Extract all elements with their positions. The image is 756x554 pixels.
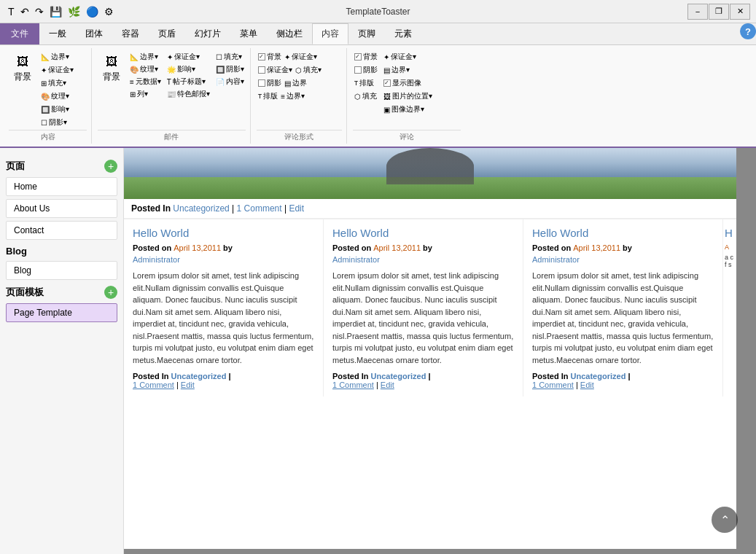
blog-col-3-author[interactable]: Administrator — [532, 255, 714, 264]
close-button[interactable]: ✕ — [730, 4, 750, 20]
undo-icon[interactable]: T — [6, 5, 17, 18]
tab-menu[interactable]: 菜单 — [230, 23, 267, 44]
blog-col-1-postedin: Posted In Uncategorized | — [133, 372, 314, 381]
post-fill-btn[interactable]: ☐填充▾ — [214, 51, 246, 63]
canvas-area[interactable]: Posted In Uncategorized | 1 Comment | Ed… — [124, 148, 756, 554]
blog-col-4: H A a c f s — [723, 219, 736, 397]
pages-section-title: 页面 — [6, 160, 25, 173]
c-bg-btn[interactable]: 背景 — [353, 51, 379, 63]
canvas-content: Posted In Uncategorized | 1 Comment | Ed… — [124, 148, 736, 549]
post-margin-btn[interactable]: ✦保证金▾ — [165, 51, 211, 63]
content-bg-button[interactable]: 🖼 背景 — [9, 50, 36, 87]
c-shadow-btn[interactable]: 阴影 — [353, 64, 379, 76]
sidebar-item-page-template[interactable]: Page Template — [6, 303, 117, 322]
blog-col-3-cat[interactable]: Uncategorized — [571, 372, 626, 381]
app-icon[interactable]: 🔵 — [84, 5, 101, 18]
ribbon-group-comment-form: 背景✦保证金▾ 保证金▾⬡填充▾ 阴影▤边界 T排版≡边界▾ 评论形式 — [252, 48, 347, 144]
title-bar: T ↶ ↷ 💾 🌿 🔵 ⚙ TemplateToaster − ❐ ✕ — [0, 0, 756, 23]
content-fill2-btn[interactable]: ☐阴影▾ — [39, 117, 75, 128]
add-template-button[interactable]: + — [104, 286, 117, 299]
blog-col-3-title[interactable]: Hello World — [532, 227, 714, 239]
c-fill-btn[interactable]: ⬡填充 — [353, 90, 379, 102]
ribbon-tabs: 文件 一般 团体 容器 页盾 幻灯片 菜单 侧边栏 内容 页脚 元素 ? — [0, 23, 756, 45]
sidebar-item-contact[interactable]: Contact — [6, 221, 117, 240]
tab-pageshield[interactable]: 页盾 — [149, 23, 185, 44]
sidebar-item-home[interactable]: Home — [6, 177, 117, 196]
tab-footer[interactable]: 页脚 — [348, 23, 385, 44]
blog-col-3: Hello World Posted on April 13,2011 by A… — [523, 219, 723, 397]
tab-elements[interactable]: 元素 — [385, 23, 421, 44]
left-sidebar: 页面 + Home About Us Contact Blog Blog 页面模… — [0, 148, 124, 554]
blog-col-2-author[interactable]: Administrator — [332, 255, 514, 264]
c-type-btn[interactable]: T排版 — [353, 77, 379, 89]
comment-link-top[interactable]: 1 Comment — [237, 203, 282, 214]
restore-button[interactable]: ❐ — [709, 4, 729, 20]
settings-icon[interactable]: ⚙ — [102, 5, 116, 18]
blog-col-3-edit[interactable]: Edit — [580, 381, 594, 389]
c-imgpos-btn[interactable]: 🖼图片的位置▾ — [382, 90, 434, 102]
post-title-btn[interactable]: T帖子标题▾ — [165, 76, 211, 87]
c-border-btn[interactable]: ▤边界▾ — [382, 64, 434, 76]
blog-col-1-edit[interactable]: Edit — [181, 381, 195, 389]
blog-col-1-date: April 13,2011 — [174, 243, 221, 252]
minimize-button[interactable]: − — [687, 4, 708, 20]
blog-col-2-cat[interactable]: Uncategorized — [371, 372, 426, 381]
blog-col-2-edit[interactable]: Edit — [381, 381, 394, 389]
add-page-button[interactable]: + — [104, 160, 117, 173]
leaf-icon[interactable]: 🌿 — [66, 5, 82, 18]
post-border-btn[interactable]: 📐边界▾ — [128, 51, 163, 63]
post-col-btn[interactable]: ⊞列▾ — [128, 88, 163, 100]
post-impact-btn[interactable]: 🌟影响▾ — [165, 63, 211, 75]
content-texture-btn[interactable]: 🎨纹理▾ — [39, 90, 75, 102]
cf-shadow-btn[interactable]: 阴影▤边界 — [257, 77, 323, 89]
posted-in-label: Posted In — [131, 203, 171, 214]
bg-icon: 🖼 — [14, 53, 31, 71]
tab-sidebar[interactable]: 侧边栏 — [267, 23, 312, 44]
blog-section-header: Blog — [6, 246, 117, 257]
c-margin-btn[interactable]: ✦保证金▾ — [382, 51, 434, 63]
posted-in-row: Posted In Uncategorized | 1 Comment | Ed… — [124, 199, 736, 219]
ribbon-group-content-items: 🖼 背景 📐边界▾ ✦保证金▾ ⊞填充▾ 🎨纹理▾ 🔲影响▾ ☐阴影▾ — [9, 50, 87, 128]
post-featured-btn[interactable]: 📰特色邮报▾ — [165, 88, 211, 100]
edit-link-top[interactable]: Edit — [289, 203, 304, 214]
help-button[interactable]: ? — [740, 23, 756, 39]
cf-type-btn[interactable]: T排版≡边界▾ — [257, 90, 323, 102]
sidebar-item-about[interactable]: About Us — [6, 199, 117, 218]
back-to-top-button[interactable]: ⌃ — [712, 507, 738, 533]
post-bg-button[interactable]: 🖼 背景 — [98, 50, 125, 87]
tab-group[interactable]: 团体 — [76, 23, 112, 44]
blog-col-2-title[interactable]: Hello World — [332, 227, 514, 239]
blog-col-1: Hello World Posted on April 13,2011 by A… — [124, 219, 324, 397]
undo-btn[interactable]: ↶ — [18, 5, 31, 18]
blog-col-2-comment[interactable]: 1 Comment — [332, 381, 374, 389]
blog-col-1-author[interactable]: Administrator — [133, 255, 314, 264]
cf-bg-btn[interactable]: 背景✦保证金▾ — [257, 51, 323, 63]
tab-container[interactable]: 容器 — [112, 23, 149, 44]
cf-margin-btn[interactable]: 保证金▾⬡填充▾ — [257, 64, 323, 76]
redo-btn[interactable]: ↷ — [33, 5, 46, 18]
ribbon-group-content: 🖼 背景 📐边界▾ ✦保证金▾ ⊞填充▾ 🎨纹理▾ 🔲影响▾ ☐阴影▾ 内容 — [4, 48, 92, 144]
content-shadow-btn[interactable]: 🔲影响▾ — [39, 104, 75, 115]
content-fill-btn[interactable]: ⊞填充▾ — [39, 77, 75, 89]
blog-col-3-comment[interactable]: 1 Comment — [532, 381, 574, 389]
post-bg-label: 背景 — [103, 71, 120, 83]
content-border-btn[interactable]: 📐边界▾ — [39, 51, 75, 63]
tab-content[interactable]: 内容 — [312, 23, 348, 44]
tab-file[interactable]: 文件 — [0, 23, 39, 44]
tab-general[interactable]: 一般 — [39, 23, 76, 44]
post-shadow-btn[interactable]: 🔲阴影▾ — [214, 63, 246, 75]
blog-col-1-cat[interactable]: Uncategorized — [171, 372, 227, 381]
post-content-btn[interactable]: 📄内容▾ — [214, 76, 246, 87]
content-guarantee-btn[interactable]: ✦保证金▾ — [39, 64, 75, 76]
post-bg-icon: 🖼 — [103, 53, 120, 71]
post-texture-btn[interactable]: 🎨纹理▾ — [128, 63, 163, 75]
post-metadata-btn[interactable]: ≡元数据▾ — [128, 76, 163, 87]
c-img-btn[interactable]: 显示图像 — [382, 77, 434, 89]
blog-col-1-comment[interactable]: 1 Comment — [133, 381, 174, 389]
sidebar-item-blog[interactable]: Blog — [6, 261, 117, 280]
tab-slideshow[interactable]: 幻灯片 — [185, 23, 230, 44]
category-link[interactable]: Uncategorized — [173, 203, 229, 214]
blog-col-1-title[interactable]: Hello World — [133, 227, 314, 239]
c-imgborder-btn[interactable]: ▣图像边界▾ — [382, 104, 434, 115]
save-btn-icon[interactable]: 💾 — [47, 5, 64, 18]
